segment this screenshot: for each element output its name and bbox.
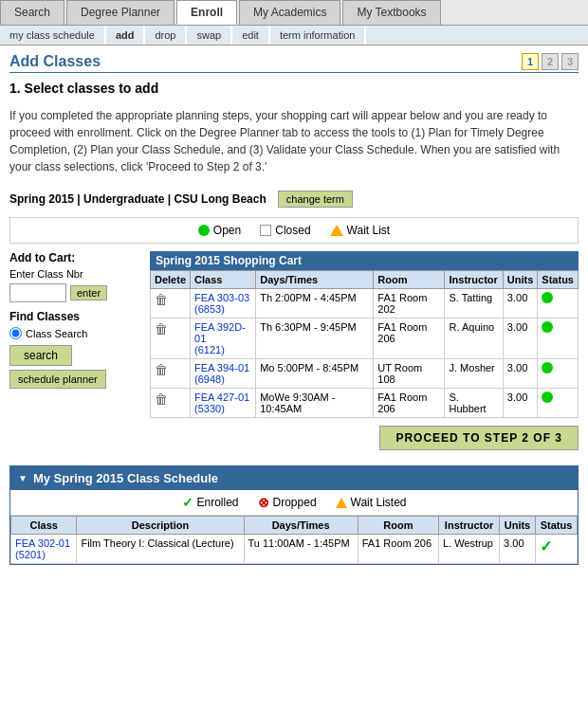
sub-tab-swap[interactable]: swap [187,26,232,45]
sub-tab-add[interactable]: add [106,26,146,45]
schedule-title: My Spring 2015 Class Schedule [33,471,218,485]
trash-icon[interactable]: 🗑 [155,321,168,337]
find-classes-label: Find Classes [9,310,142,323]
shopping-cart: Spring 2015 Shopping Cart Delete Class D… [150,251,579,418]
cart-table: Delete Class Days/Times Room Instructor … [150,270,579,418]
sched-row-status: ✓ [535,535,577,564]
sched-col-room: Room [358,517,438,535]
cart-row: 🗑 FEA 392D-01(6121) Th 6:30PM - 9:45PM F… [151,319,579,359]
col-days-times: Days/Times [256,271,374,289]
term-text: Spring 2015 | Undergraduate | CSU Long B… [9,192,266,206]
cart-row-instructor: J. Mosher [445,359,503,389]
cart-row-room: FA1 Room 202 [374,289,445,319]
tab-search[interactable]: Search [0,0,64,25]
sched-row-units: 3.00 [500,535,536,564]
sub-tab-term-information[interactable]: term information [270,26,366,45]
schedule-planner-button[interactable]: schedule planner [9,370,106,389]
trash-icon[interactable]: 🗑 [155,362,168,377]
cart-row-room: UT Room 108 [374,359,445,389]
col-status: Status [538,271,579,289]
cart-row-instructor: R. Aquino [445,319,503,359]
class-input-row: enter [9,283,142,302]
search-button[interactable]: search [9,345,72,366]
cart-row-units: 3.00 [503,289,538,319]
sched-col-desc: Description [77,517,244,535]
tab-enroll[interactable]: Enroll [176,0,237,25]
cart-row-status [538,389,579,418]
sched-class-link[interactable]: FEA 302-01(5201) [15,537,70,560]
status-open-icon [542,292,553,303]
legend-open: Open [198,224,241,237]
class-search-radio[interactable] [9,327,22,339]
page-title-row: Add Classes 1 2 3 [9,53,579,73]
col-instructor: Instructor [445,271,503,289]
class-link[interactable]: FEA 394-01(6948) [194,362,249,385]
sched-row-class: FEA 302-01(5201) [11,535,77,564]
proceed-row: PROCEED TO STEP 2 OF 3 [9,418,579,458]
class-nbr-input[interactable] [9,283,66,302]
sched-row-desc: Film Theory I: Classical (Lecture) [77,535,244,564]
tab-degree-planner[interactable]: Degree Planner [66,0,175,25]
cart-row-status [538,289,579,319]
cart-row-units: 3.00 [503,359,538,389]
sub-tab-edit[interactable]: edit [232,26,270,45]
status-open-icon [542,321,553,333]
class-link[interactable]: FEA 427-01(5330) [194,391,249,414]
col-units: Units [503,271,538,289]
status-open-icon [542,362,553,373]
open-label: Open [213,224,241,237]
status-legend: Open Closed Wait List [9,217,579,244]
cart-row-delete[interactable]: 🗑 [151,289,191,319]
cart-row: 🗑 FEA 303-03(6853) Th 2:00PM - 4:45PM FA… [151,289,579,319]
step-3: 3 [561,53,579,70]
dropped-icon: ⊗ [258,495,269,510]
trash-icon[interactable]: 🗑 [155,391,168,407]
waitlist-icon [330,225,343,236]
cart-row-class: FEA 427-01(5330) [191,389,256,418]
enter-button[interactable]: enter [70,285,107,300]
cart-row-delete[interactable]: 🗑 [151,319,191,359]
enter-class-nbr-label: Enter Class Nbr [9,268,142,280]
enrolled-label: Enrolled [197,496,239,509]
legend-enrolled: ✓ Enrolled [182,495,239,510]
cart-row-class: FEA 303-03(6853) [191,289,256,319]
col-class: Class [191,271,256,289]
sub-tab-drop[interactable]: drop [145,26,187,45]
change-term-button[interactable]: change term [278,191,353,208]
open-icon [198,225,210,236]
class-link[interactable]: FEA 303-03(6853) [194,292,249,315]
cart-row-room: FA1 Room 206 [374,319,445,359]
term-info: Spring 2015 | Undergraduate | CSU Long B… [9,191,579,208]
chevron-down-icon: ▼ [18,473,28,483]
tab-my-textbooks[interactable]: My Textbooks [342,0,440,25]
legend-waitlist: Wait List [330,224,391,237]
legend-dropped: ⊗ Dropped [258,495,317,510]
sub-tab-my-class-schedule[interactable]: my class schedule [0,26,106,45]
main-area: Add to Cart: Enter Class Nbr enter Find … [9,251,579,418]
sched-col-instructor: Instructor [438,517,499,535]
proceed-button[interactable]: PROCEED TO STEP 2 OF 3 [379,426,579,450]
step-2: 2 [542,53,559,70]
cart-row-units: 3.00 [503,389,538,418]
cart-row-class: FEA 394-01(6948) [191,359,256,389]
class-search-label: Class Search [26,328,87,339]
trash-icon[interactable]: 🗑 [155,292,168,307]
cart-row-delete[interactable]: 🗑 [151,359,191,389]
schedule-table-header: Class Description Days/Times Room Instru… [11,517,578,535]
enrolled-checkmark-icon: ✓ [540,538,552,555]
top-navigation: Search Degree Planner Enroll My Academic… [0,0,588,26]
tab-my-academics[interactable]: My Academics [239,0,340,25]
sched-col-days: Days/Times [244,517,358,535]
sched-row-room: FA1 Room 206 [358,535,438,564]
cart-row-instructor: S. Tatting [445,289,503,319]
step-indicator: 1 2 3 [522,53,579,70]
col-delete: Delete [151,271,191,289]
sub-navigation: my class schedule add drop swap edit ter… [0,26,588,46]
cart-title: Spring 2015 Shopping Cart [150,251,579,270]
cart-row-status [538,359,579,389]
sched-col-units: Units [500,517,536,535]
cart-row-class: FEA 392D-01(6121) [191,319,256,359]
cart-row-delete[interactable]: 🗑 [151,389,191,418]
class-link[interactable]: FEA 392D-01(6121) [194,321,246,355]
page-content: Add Classes 1 2 3 1. Select classes to a… [0,46,588,573]
